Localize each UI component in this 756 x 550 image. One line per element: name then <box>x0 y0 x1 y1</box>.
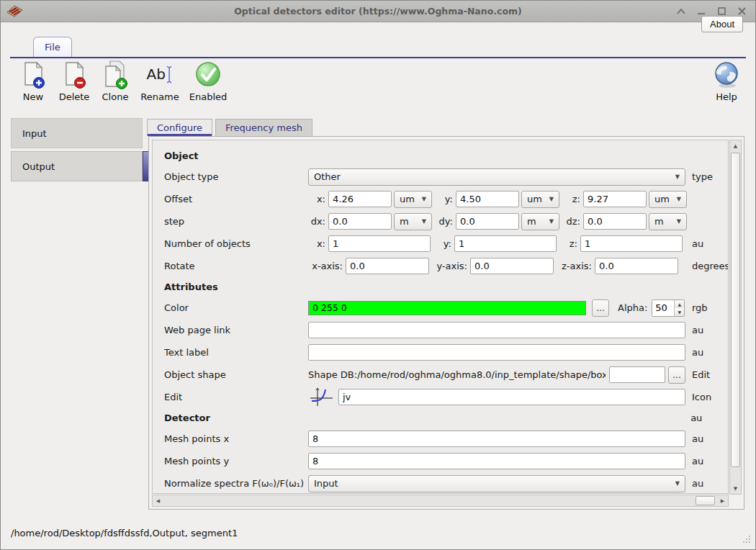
count-x-input[interactable] <box>328 235 431 252</box>
normalize-spectra-value: Input <box>314 478 338 489</box>
mesh-points-y-unit: au <box>692 456 728 466</box>
new-button[interactable]: New <box>13 60 53 102</box>
object-shape-input[interactable] <box>609 366 665 383</box>
scroll-right-icon[interactable]: ▶ <box>717 495 728 506</box>
row-mesh-points-y: Mesh points y au <box>153 450 728 472</box>
scroll-up-icon[interactable]: ▲ <box>730 140 741 151</box>
jv-curve-icon <box>308 387 336 407</box>
rotate-y-input[interactable] <box>470 258 554 274</box>
alpha-spinbox[interactable]: ▲ ▼ <box>652 299 685 317</box>
color-swatch[interactable]: 0 255 0 <box>308 301 586 315</box>
row-text-label: Text label au <box>153 341 728 364</box>
close-button[interactable] <box>735 5 748 18</box>
text-label-unit: au <box>692 347 728 358</box>
row-normalize-spectra: Normalize spectra F(ω₀)/F(ω₁) Input ▼ au <box>153 472 728 494</box>
section-object: Object <box>153 146 728 166</box>
step-dy-input[interactable] <box>456 213 519 230</box>
edit-label: Edit <box>164 392 308 402</box>
edit-input[interactable] <box>338 389 685 405</box>
horizontal-scroll-thumb[interactable] <box>696 496 715 505</box>
sidebar-item-output[interactable]: Output <box>11 151 143 181</box>
spin-up-icon[interactable]: ▲ <box>675 300 684 308</box>
count-z-prefix: z: <box>560 238 577 249</box>
sidebar-item-input[interactable]: Input <box>11 118 143 148</box>
scroll-left-icon[interactable]: ◀ <box>153 495 163 506</box>
delete-document-icon <box>60 60 89 90</box>
web-page-link-input[interactable] <box>308 322 685 338</box>
object-shape-unit: Edit <box>692 369 728 380</box>
step-dy-unit-value: m <box>527 216 536 227</box>
rename-label: Rename <box>140 91 179 102</box>
object-type-value: Other <box>314 171 341 182</box>
count-y-input[interactable] <box>454 235 557 252</box>
spin-down-icon[interactable]: ▼ <box>675 308 684 316</box>
app-window: Optical detectors editor (https://www.Og… <box>0 0 756 550</box>
object-type-select[interactable]: Other ▼ <box>308 168 685 186</box>
form-scroll-area: Object Object type Other ▼ type Offset x… <box>152 140 729 494</box>
color-unit: rgb <box>692 302 728 313</box>
object-shape-label: Object shape <box>164 369 308 380</box>
step-dy-unit-select[interactable]: m ▼ <box>521 213 559 230</box>
rotate-x-prefix: x-axis: <box>308 261 343 271</box>
mesh-points-x-input[interactable] <box>308 430 685 447</box>
normalize-spectra-select[interactable]: Input ▼ <box>308 475 685 492</box>
row-object-shape: Object shape Shape DB:/home/rod/oghma/og… <box>153 364 728 386</box>
title-bar[interactable]: Optical detectors editor (https://www.Og… <box>1 1 755 22</box>
alpha-input[interactable] <box>652 300 674 316</box>
rotate-z-input[interactable] <box>595 258 678 274</box>
offset-z-unit-value: um <box>654 194 670 204</box>
attributes-header: Attributes <box>164 281 685 292</box>
tab-file[interactable]: File <box>33 37 72 57</box>
help-label: Help <box>716 91 737 102</box>
text-label-input[interactable] <box>308 344 685 361</box>
rotate-label: Rotate <box>164 261 308 271</box>
vertical-scroll-thumb[interactable] <box>731 153 740 467</box>
rename-button[interactable]: Ab Rename <box>136 60 184 102</box>
tab-configure[interactable]: Configure <box>147 119 212 136</box>
resize-grip[interactable] <box>742 535 751 544</box>
offset-x-input[interactable] <box>328 191 392 207</box>
rotate-unit: degrees <box>692 261 728 271</box>
mesh-points-y-input[interactable] <box>308 453 685 469</box>
count-x-prefix: x: <box>308 238 325 249</box>
clone-label: Clone <box>102 91 129 102</box>
step-dx-input[interactable] <box>328 213 392 230</box>
row-object-type: Object type Other ▼ type <box>153 166 728 188</box>
clone-button[interactable]: Clone <box>95 60 135 102</box>
offset-x-unit-select[interactable]: um ▼ <box>394 191 432 208</box>
offset-y-input[interactable] <box>456 191 519 207</box>
color-browse-button[interactable]: ... <box>592 299 609 317</box>
step-dx-unit-select[interactable]: m ▼ <box>394 213 432 230</box>
count-z-input[interactable] <box>580 235 683 252</box>
main-tab-bar: Configure Frequency mesh <box>147 119 315 136</box>
svg-text:Ab: Ab <box>147 66 166 83</box>
color-swatch-text: 0 255 0 <box>312 302 347 313</box>
chevron-down-icon: ▼ <box>422 196 426 202</box>
about-button[interactable]: About <box>701 16 743 32</box>
help-button[interactable]: Help <box>706 60 747 102</box>
horizontal-scrollbar[interactable]: ◀ ▶ <box>152 495 729 507</box>
offset-y-prefix: y: <box>436 194 453 204</box>
delete-label: Delete <box>59 91 90 102</box>
step-dz-unit-select[interactable]: m ▼ <box>649 213 687 230</box>
delete-button[interactable]: Delete <box>54 60 94 102</box>
offset-y-unit-select[interactable]: um ▼ <box>521 191 559 208</box>
number-of-objects-label: Number of objects <box>164 238 308 249</box>
edit-unit: Icon <box>692 392 728 402</box>
tab-frequency-mesh[interactable]: Frequency mesh <box>215 119 312 136</box>
section-attributes: Attributes <box>153 277 728 297</box>
offset-z-unit-select[interactable]: um ▼ <box>649 191 687 208</box>
maximize-button[interactable] <box>715 5 728 18</box>
step-dx-prefix: dx: <box>308 216 325 227</box>
shade-button[interactable] <box>675 5 688 18</box>
scroll-down-icon[interactable]: ▼ <box>730 483 741 494</box>
ellipsis-icon: ... <box>672 370 680 380</box>
offset-z-input[interactable] <box>583 191 647 207</box>
minimize-button[interactable] <box>695 5 708 18</box>
enabled-button[interactable]: Enabled <box>184 60 232 102</box>
object-shape-browse-button[interactable]: ... <box>668 366 685 384</box>
rotate-y-prefix: y-axis: <box>433 261 467 271</box>
step-dz-input[interactable] <box>583 213 647 230</box>
vertical-scrollbar[interactable]: ▲ ▼ <box>729 140 742 495</box>
rotate-x-input[interactable] <box>346 258 429 274</box>
